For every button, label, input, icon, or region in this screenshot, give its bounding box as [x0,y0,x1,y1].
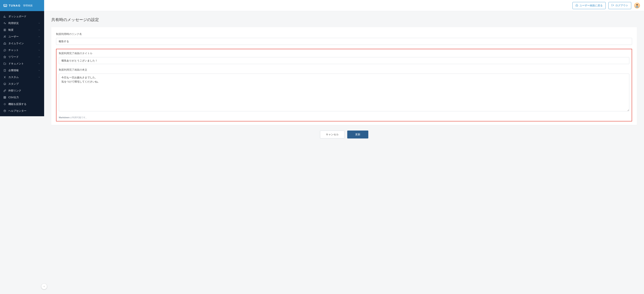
home-icon [3,42,6,45]
link-name-input[interactable] [56,38,632,45]
link-name-label: 制度利用時のリンク名 [56,32,632,36]
sidebar-item-7[interactable]: ドキュメント [0,60,44,67]
chevron-down-icon [38,56,41,58]
markdown-helper: Markdown が利用可能です。 [59,116,629,119]
svg-point-25 [636,4,638,5]
sidebar-item-label: ダッシュボード [8,15,41,18]
sidebar-collapse-button[interactable] [41,284,47,289]
sidebar-item-9[interactable]: カスタム [0,74,44,81]
svg-rect-7 [4,69,6,72]
sidebar-item-label: カスタム [8,75,36,79]
back-to-user-button[interactable]: ユーザー画面に戻る [572,2,606,9]
sidebar-nav: ダッシュボード利用状況制度ユーザータイムラインチャットリワードドキュメント企業情… [0,11,44,116]
sidebar-item-5[interactable]: チャット [0,47,44,54]
sidebar-item-2[interactable]: 制度 [0,27,44,33]
book-icon [3,28,6,31]
custom-icon [3,76,6,79]
completion-title-label: 制度利用完了画面のタイトル [59,52,629,55]
svg-marker-6 [4,56,6,58]
activity-icon [3,22,6,25]
form-actions: キャンセル 更新 [51,131,637,139]
completion-title-field: 制度利用完了画面のタイトル [59,52,629,64]
chevron-down-icon [38,22,41,25]
sidebar-item-8[interactable]: 企業情報 [0,67,44,74]
completion-body-field: 制度利用完了画面の本文 [59,68,629,112]
svg-rect-17 [4,96,6,99]
chevron-down-icon [38,62,41,65]
sidebar-item-label: 機能を拡張する [8,102,41,106]
sidebar-item-label: タイムライン [8,42,36,45]
sidebar-item-label: ユーザー [8,35,36,38]
logout-icon [612,4,614,7]
sparkle-icon [3,103,6,106]
chevron-down-icon [38,76,41,79]
sidebar-item-14[interactable]: ヘルプセンター [0,108,44,114]
avatar[interactable] [634,2,640,8]
star-icon [3,55,6,58]
building-icon [3,69,6,72]
sidebar-item-label: チャット [8,48,36,52]
page-title: 共有時のメッセージの設定 [51,17,637,22]
sidebar-item-label: スタンプ [8,82,41,86]
back-to-user-label: ユーザー画面に戻る [580,4,603,7]
link-icon [3,89,6,92]
sidebar-item-label: ドキュメント [8,62,36,65]
sidebar: TUNAG 管理画面 ダッシュボード利用状況制度ユーザータイムラインチャットリワ… [0,0,44,116]
logout-label: ログアウト [616,4,628,7]
settings-card: 制度利用時のリンク名 制度利用完了画面のタイトル 制度利用完了画面の本文 Mar… [51,27,637,125]
sidebar-item-label: 企業情報 [8,69,36,72]
cancel-button[interactable]: キャンセル [320,131,344,139]
sidebar-item-label: 外部リンク [8,89,41,92]
completion-body-textarea[interactable] [59,74,629,111]
submit-button[interactable]: 更新 [347,131,368,139]
sidebar-item-label: リワード [8,55,36,59]
brand-logo-icon [3,3,8,8]
folder-icon [3,62,6,65]
sidebar-item-0[interactable]: ダッシュボード [0,13,44,20]
svg-point-4 [4,36,5,37]
brand-logo: TUNAG [3,3,21,8]
users-icon [3,35,6,38]
completion-title-input[interactable] [59,57,629,64]
link-name-field: 制度利用時のリンク名 [56,32,632,45]
svg-point-5 [5,36,6,36]
sidebar-item-label: ヘルプセンター [8,109,41,113]
brand-name: TUNAG [9,4,21,7]
chevron-down-icon [38,28,41,31]
content: 共有時のメッセージの設定 制度利用時のリンク名 制度利用完了画面のタイトル 制度… [44,11,644,147]
sidebar-item-3[interactable]: ユーザー [0,33,44,40]
chart-icon [3,15,6,18]
sidebar-item-4[interactable]: タイムライン [0,40,44,47]
brand-header: TUNAG 管理画面 [0,0,44,11]
sidebar-item-6[interactable]: リワード [0,54,44,60]
sidebar-item-11[interactable]: 外部リンク [0,87,44,94]
highlighted-section: 制度利用完了画面のタイトル 制度利用完了画面の本文 Markdown が利用可能… [56,49,632,121]
svg-point-14 [4,83,6,85]
sidebar-item-13[interactable]: 機能を拡張する [0,101,44,108]
sidebar-item-1[interactable]: 利用状況 [0,20,44,27]
completion-body-label: 制度利用完了画面の本文 [59,68,629,72]
smile-icon [3,82,6,86]
sidebar-item-10[interactable]: スタンプ [0,81,44,87]
logout-button[interactable]: ログアウト [608,2,631,9]
sidebar-item-label: CSV出力 [8,96,41,99]
chevron-down-icon [38,42,41,45]
sidebar-item-label: 制度 [8,28,36,32]
brand-subtitle: 管理画面 [23,4,32,7]
chevron-down-icon [38,35,41,38]
sidebar-item-label: 利用状況 [8,21,36,25]
topbar: ユーザー画面に戻る ログアウト [44,0,644,11]
grid-icon [3,96,6,99]
chat-icon [3,49,6,52]
chevron-down-icon [38,49,41,52]
chevron-down-icon [38,69,41,72]
sidebar-item-12[interactable]: CSV出力 [0,94,44,101]
home-icon [576,4,578,7]
help-icon [3,109,6,113]
